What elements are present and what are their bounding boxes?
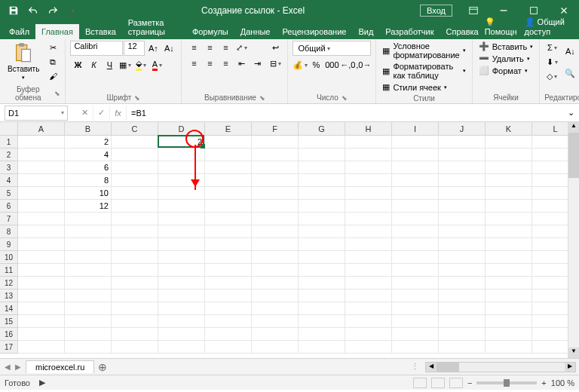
cell[interactable]	[18, 315, 65, 328]
tab-вставка[interactable]: Вставка	[79, 24, 122, 39]
cell[interactable]	[439, 136, 486, 149]
cell[interactable]	[486, 238, 532, 251]
col-header[interactable]: B	[65, 122, 112, 136]
cell[interactable]	[65, 289, 112, 302]
cell[interactable]	[392, 161, 439, 174]
select-all-button[interactable]	[0, 122, 18, 136]
sheet-tab[interactable]: microexcel.ru	[26, 360, 94, 373]
tab-данные[interactable]: Данные	[234, 24, 277, 39]
cell[interactable]	[486, 174, 532, 187]
scroll-thumb-horizontal[interactable]	[437, 363, 459, 372]
cell[interactable]	[112, 341, 158, 354]
cut-icon[interactable]: ✂	[45, 41, 60, 54]
cell[interactable]	[252, 315, 299, 328]
cell[interactable]	[392, 136, 439, 149]
cell[interactable]	[299, 328, 345, 341]
cell[interactable]	[345, 328, 392, 341]
accounting-icon[interactable]: 💰	[293, 58, 308, 72]
cell[interactable]	[18, 225, 65, 238]
cell[interactable]	[486, 328, 532, 341]
cell[interactable]	[345, 149, 392, 161]
add-sheet-button[interactable]: ⊕	[94, 361, 111, 373]
row-header[interactable]: 12	[0, 277, 18, 289]
cell[interactable]	[18, 238, 65, 251]
cell[interactable]	[252, 161, 299, 174]
row-header[interactable]: 11	[0, 264, 18, 277]
cell[interactable]	[205, 149, 252, 161]
cell[interactable]	[392, 328, 439, 341]
col-header[interactable]: D	[158, 122, 205, 136]
cell[interactable]	[345, 251, 392, 264]
save-icon[interactable]	[5, 2, 23, 20]
cell[interactable]	[158, 328, 205, 341]
cell[interactable]	[486, 315, 532, 328]
col-header[interactable]: F	[252, 122, 299, 136]
cell[interactable]	[252, 238, 299, 251]
cell[interactable]	[18, 174, 65, 187]
cell[interactable]	[486, 225, 532, 238]
cell[interactable]	[205, 251, 252, 264]
redo-icon[interactable]	[44, 2, 62, 20]
cell[interactable]	[112, 238, 158, 251]
cell[interactable]	[392, 187, 439, 200]
cell[interactable]	[439, 341, 486, 354]
undo-icon[interactable]	[24, 2, 42, 20]
sheet-nav-next-icon[interactable]: ▶	[15, 363, 21, 371]
macro-record-icon[interactable]: ▶	[39, 378, 45, 387]
cell[interactable]	[65, 264, 112, 277]
formula-input[interactable]: =B1	[127, 106, 562, 121]
row-header[interactable]: 1	[0, 136, 18, 149]
cell[interactable]	[205, 315, 252, 328]
find-select-icon[interactable]: 🔍	[562, 63, 577, 84]
cell[interactable]	[65, 225, 112, 238]
row-header[interactable]: 14	[0, 302, 18, 315]
row-header[interactable]: 3	[0, 161, 18, 174]
autosum-icon[interactable]: Σ	[544, 41, 559, 54]
cell[interactable]	[345, 225, 392, 238]
cell[interactable]	[205, 174, 252, 187]
cell[interactable]	[439, 264, 486, 277]
cell[interactable]	[158, 213, 205, 225]
col-header[interactable]: J	[439, 122, 486, 136]
cell[interactable]	[18, 302, 65, 315]
cell[interactable]	[18, 264, 65, 277]
col-header[interactable]: K	[486, 122, 532, 136]
cell[interactable]	[345, 136, 392, 149]
cell[interactable]	[65, 328, 112, 341]
cell[interactable]	[252, 302, 299, 315]
cell[interactable]	[205, 161, 252, 174]
col-header[interactable]: C	[112, 122, 158, 136]
underline-icon[interactable]: Ч	[102, 58, 117, 72]
tab-file[interactable]: Файл	[3, 24, 35, 39]
format-as-table-button[interactable]: ▦Форматировать как таблицу▾	[381, 61, 467, 81]
orientation-icon[interactable]: ⤢	[234, 41, 249, 54]
row-header[interactable]: 17	[0, 341, 18, 354]
cell[interactable]	[205, 213, 252, 225]
tell-me-button[interactable]: 💡 Помощн	[485, 17, 517, 36]
tab-справка[interactable]: Справка	[440, 24, 485, 39]
cell[interactable]	[439, 302, 486, 315]
copy-icon[interactable]: ⧉	[45, 55, 60, 69]
align-right-icon[interactable]: ≡	[218, 57, 233, 70]
cell[interactable]	[299, 149, 345, 161]
cell[interactable]: 8	[65, 174, 112, 187]
vertical-scrollbar[interactable]: ▲ ▼	[568, 122, 579, 358]
sheet-nav-prev-icon[interactable]: ◀	[5, 363, 11, 371]
sort-filter-icon[interactable]: А↓	[562, 41, 577, 62]
cell[interactable]	[345, 315, 392, 328]
cell[interactable]	[18, 277, 65, 289]
cell[interactable]	[158, 264, 205, 277]
cell[interactable]	[345, 187, 392, 200]
cell[interactable]	[439, 149, 486, 161]
cell[interactable]	[65, 238, 112, 251]
cell[interactable]	[439, 251, 486, 264]
fill-icon[interactable]: ⬇	[544, 55, 559, 69]
scroll-down-icon[interactable]: ▼	[568, 348, 579, 358]
font-launcher[interactable]: ⬊	[134, 94, 140, 102]
col-header[interactable]: A	[18, 122, 65, 136]
cell[interactable]	[112, 251, 158, 264]
cell[interactable]	[345, 341, 392, 354]
cell[interactable]	[486, 277, 532, 289]
tab-разметка страницы[interactable]: Разметка страницы	[122, 15, 186, 39]
row-header[interactable]: 13	[0, 289, 18, 302]
